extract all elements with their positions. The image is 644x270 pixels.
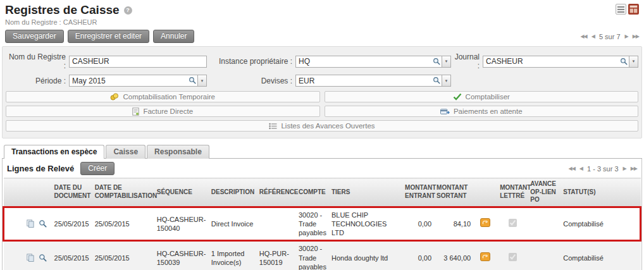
cell-compte: 30020 - Trade payables	[296, 241, 329, 270]
duplicate-icon[interactable]	[27, 254, 34, 262]
journal-label: Journal :	[451, 52, 483, 70]
cell-montant-entrant: 0,00	[402, 207, 434, 241]
pager-next-button[interactable]: ▶	[625, 34, 628, 39]
cell-sequence: HQ-CASHEUR-150040	[154, 207, 209, 241]
tab-responsable[interactable]: Responsable	[147, 145, 209, 159]
coins-icon	[110, 93, 119, 101]
payment-hand-icon[interactable]	[480, 252, 490, 261]
col-tiers[interactable]: TIERS	[329, 178, 402, 207]
tab-caisse[interactable]: Caisse	[106, 145, 146, 159]
col-delete	[622, 178, 640, 207]
col-avance-op-lien-po[interactable]: AVANCE OP-LIEN PO	[528, 178, 560, 207]
periode-label: Période :	[6, 77, 69, 85]
devises-input[interactable]	[295, 75, 442, 87]
list-icon	[269, 123, 277, 130]
comptabiliser-button[interactable]: Comptabiliser	[325, 91, 639, 102]
cell-compte: 30020 - Trade payables	[296, 207, 329, 241]
instance-proprietaire-input[interactable]	[295, 56, 442, 68]
cancel-button[interactable]: Annuler	[153, 30, 194, 43]
dropdown-icon[interactable]: ▼	[629, 56, 638, 68]
search-icon[interactable]	[620, 58, 628, 65]
pager-first-button[interactable]: ◀◀	[580, 34, 586, 39]
cell-date-comptabilisation: 25/05/2015	[92, 207, 154, 241]
view-magnifier-icon[interactable]	[39, 219, 47, 228]
table-row[interactable]: 25/05/2015 25/05/2015 HQ-CASHEUR-150039 …	[4, 241, 641, 270]
record-pager: ◀◀ ◀ 5 sur 7 ▶ ▶▶	[580, 33, 639, 40]
nom-registre-input[interactable]	[69, 56, 207, 68]
comptabilisation-temporaire-button[interactable]: Comptabilisation Temporaire	[6, 91, 320, 102]
comptabiliser-label: Comptabiliser	[466, 93, 510, 101]
dropdown-icon[interactable]: ▼	[198, 75, 207, 87]
list-title: Lignes de Relevé	[7, 164, 74, 173]
col-sequence[interactable]: SÉQUENCE	[154, 178, 209, 207]
col-statuts[interactable]: STATUT(S)	[560, 178, 622, 207]
list-pager-next-button[interactable]: ▶	[623, 166, 626, 171]
devises-label: Devises :	[207, 77, 295, 85]
payment-hand-icon[interactable]	[480, 218, 490, 227]
journal-input[interactable]	[483, 56, 629, 68]
col-montant-lettre[interactable]: MONTANT LETTRÉ	[497, 178, 528, 207]
record-subtitle: Nom du Registre : CASHEUR	[5, 18, 639, 26]
facture-directe-label: Facture Directe	[143, 107, 193, 115]
col-montant-entrant[interactable]: MONTANT ENTRANT	[402, 178, 434, 207]
col-date-comptabilisation[interactable]: DATE DE COMPTABILISATION	[92, 178, 154, 207]
cell-avance-op-lien-po	[528, 207, 560, 241]
list-pager-first-button[interactable]: ◀◀	[569, 166, 575, 171]
form-area: Nom du Registre : Instance propriétaire …	[2, 46, 642, 138]
cell-tiers: BLUE CHIP TECHNOLOGIES LTD	[329, 207, 402, 241]
cell-montant-entrant: 0,00	[402, 241, 434, 270]
search-icon[interactable]	[433, 58, 440, 65]
instance-proprietaire-label: Instance propriétaire :	[207, 57, 295, 66]
col-reference[interactable]: RÉFÉRENCE	[257, 178, 296, 207]
duplicate-icon[interactable]	[27, 219, 34, 228]
col-date-document[interactable]: DATE DU DOCUMENT	[52, 178, 92, 207]
invoice-icon	[132, 107, 139, 116]
list-pager-prev-button[interactable]: ◀	[579, 166, 583, 171]
toolbar: Sauvegarder Enregistrer et editer Annule…	[0, 26, 644, 46]
cell-description: Direct Invoice	[209, 207, 257, 241]
cell-sequence: HQ-CASHEUR-150039	[154, 241, 209, 270]
tab-transactions-en-espece[interactable]: Transactions en espèce	[4, 145, 104, 159]
dropdown-icon[interactable]: ▼	[442, 56, 451, 68]
periode-input[interactable]	[69, 75, 198, 87]
list-pager-count: 1 - 3 sur 3	[587, 165, 619, 173]
pager-count: 5 sur 7	[599, 33, 621, 40]
listes-avances-ouvertes-label: Listes des Avances Ouvertes	[281, 122, 375, 130]
save-and-edit-button[interactable]: Enregistrer et editer	[68, 30, 149, 43]
list-view-icon[interactable]	[616, 4, 626, 15]
search-icon[interactable]	[433, 77, 440, 84]
pager-last-button[interactable]: ▶▶	[633, 34, 639, 39]
cell-statut: Comptabilisé	[560, 207, 622, 241]
table-row[interactable]: 25/05/2015 25/05/2015 HQ-CASHEUR-150040 …	[4, 207, 641, 241]
listes-avances-ouvertes-button[interactable]: Listes des Avances Ouvertes	[6, 120, 638, 132]
form-view-icon[interactable]	[628, 4, 639, 15]
paiements-en-attente-button[interactable]: Paiements en attente	[325, 106, 639, 117]
view-magnifier-icon[interactable]	[39, 254, 47, 262]
search-icon[interactable]	[189, 77, 196, 84]
col-pay-action	[473, 178, 497, 207]
help-icon[interactable]: ?	[124, 6, 132, 15]
list-pager: ◀◀ ◀ 1 - 3 sur 3 ▶ ▶▶	[569, 165, 637, 173]
create-button[interactable]: Créer	[80, 162, 115, 175]
cell-montant-sortant: 3 640,00	[434, 241, 473, 270]
col-compte[interactable]: COMPTE	[296, 178, 329, 207]
col-montant-sortant[interactable]: MONTANT SORTANT	[434, 178, 473, 207]
facture-directe-button[interactable]: Facture Directe	[6, 106, 320, 117]
statement-lines-table: DATE DU DOCUMENT DATE DE COMPTABILISATIO…	[3, 178, 641, 270]
comptabilisation-temporaire-label: Comptabilisation Temporaire	[123, 93, 215, 101]
cell-date-document: 25/05/2015	[52, 241, 92, 270]
col-description[interactable]: DESCRIPTION	[209, 178, 257, 207]
table-header-row: DATE DU DOCUMENT DATE DE COMPTABILISATIO…	[4, 178, 641, 207]
nom-registre-label: Nom du Registre :	[6, 52, 69, 70]
pager-prev-button[interactable]: ◀	[591, 34, 595, 39]
cell-reference	[257, 207, 296, 241]
cell-tiers: Honda doughty ltd	[329, 241, 402, 270]
lignes-de-releve-panel: Lignes de Relevé Créer ◀◀ ◀ 1 - 3 sur 3 …	[2, 159, 642, 270]
col-row-actions	[4, 178, 52, 207]
dropdown-icon[interactable]: ▼	[442, 75, 451, 87]
list-pager-last-button[interactable]: ▶▶	[631, 166, 637, 171]
check-icon	[453, 93, 462, 101]
cell-montant-sortant: 84,10	[434, 207, 473, 241]
save-button[interactable]: Sauvegarder	[5, 30, 64, 43]
cell-statut: Comptabilisé	[560, 241, 622, 270]
